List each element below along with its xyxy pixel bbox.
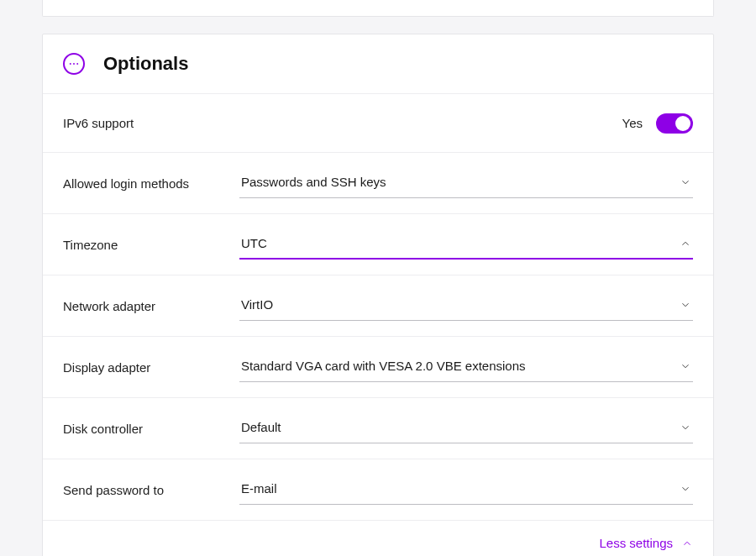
- timezone-value: UTC: [241, 236, 267, 250]
- ipv6-state-label: Yes: [622, 116, 643, 130]
- send-password-select[interactable]: E-mail: [239, 475, 693, 505]
- chevron-down-icon: [680, 483, 691, 495]
- chevron-down-icon: [680, 360, 691, 372]
- network-adapter-value: VirtIO: [241, 297, 273, 312]
- chevron-down-icon: [680, 176, 691, 188]
- login-methods-label: Allowed login methods: [63, 176, 239, 191]
- network-adapter-label: Network adapter: [63, 299, 239, 313]
- network-adapter-row: Network adapter VirtIO: [43, 275, 713, 336]
- display-adapter-select[interactable]: Standard VGA card with VESA 2.0 VBE exte…: [239, 352, 693, 382]
- login-methods-value: Passwords and SSH keys: [241, 175, 386, 189]
- previous-card-fragment: [42, 0, 714, 17]
- disk-controller-label: Disk controller: [63, 422, 239, 436]
- svg-point-1: [73, 63, 75, 65]
- timezone-label: Timezone: [63, 238, 239, 252]
- display-adapter-label: Display adapter: [63, 360, 239, 375]
- ipv6-label: IPv6 support: [63, 116, 239, 130]
- svg-point-0: [70, 63, 71, 65]
- timezone-select[interactable]: UTC: [239, 229, 693, 260]
- less-settings-label: Less settings: [599, 536, 673, 550]
- disk-controller-row: Disk controller Default: [43, 397, 713, 459]
- display-adapter-value: Standard VGA card with VESA 2.0 VBE exte…: [241, 359, 526, 373]
- network-adapter-select[interactable]: VirtIO: [239, 291, 693, 321]
- ipv6-row: IPv6 support Yes: [43, 93, 713, 152]
- ipv6-toggle[interactable]: [656, 113, 693, 134]
- chevron-up-icon: [681, 538, 693, 549]
- card-header: Optionals: [43, 34, 713, 93]
- toggle-knob: [675, 116, 690, 131]
- optionals-card: Optionals IPv6 support Yes Allowed login…: [42, 34, 714, 556]
- disk-controller-value: Default: [241, 420, 281, 434]
- chevron-down-icon: [680, 299, 691, 311]
- send-password-label: Send password to: [63, 483, 239, 497]
- less-settings-button[interactable]: Less settings: [43, 520, 713, 556]
- login-methods-row: Allowed login methods Passwords and SSH …: [43, 152, 713, 213]
- svg-point-2: [76, 63, 78, 65]
- display-adapter-row: Display adapter Standard VGA card with V…: [43, 336, 713, 397]
- timezone-row: Timezone UTC: [43, 213, 713, 275]
- login-methods-select[interactable]: Passwords and SSH keys: [239, 168, 693, 198]
- send-password-row: Send password to E-mail: [43, 459, 713, 520]
- disk-controller-select[interactable]: Default: [239, 413, 693, 443]
- more-options-icon: [63, 53, 85, 75]
- send-password-value: E-mail: [241, 481, 277, 496]
- chevron-down-icon: [680, 422, 691, 433]
- chevron-up-icon: [680, 238, 691, 249]
- ipv6-toggle-group: Yes: [622, 113, 693, 134]
- card-title: Optionals: [103, 53, 188, 75]
